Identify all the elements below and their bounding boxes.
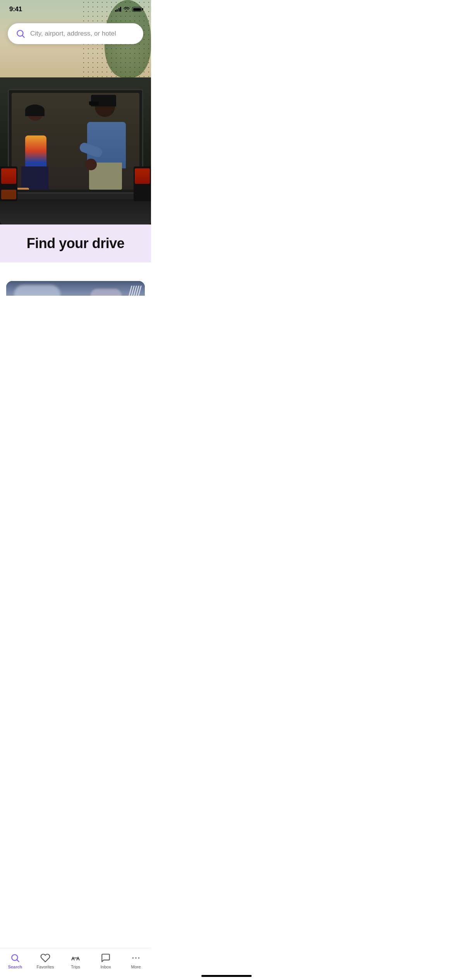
search-placeholder-text: City, airport, address, or hotel [30,30,116,38]
find-drive-heading: Find your drive [8,235,143,252]
search-bar[interactable]: City, airport, address, or hotel [8,23,143,44]
search-icon [15,29,26,39]
cybertruck-background [6,281,145,296]
content-scroll[interactable]: City, airport, address, or hotel Find yo… [0,0,151,296]
search-bar-container[interactable]: City, airport, address, or hotel [8,23,143,44]
spacer [0,262,151,270]
wifi-icon [124,7,130,12]
status-bar: 9:41 [0,0,151,15]
status-icons [115,7,142,12]
battery-icon [132,7,142,12]
status-time: 9:41 [9,5,22,13]
find-drive-banner: Find your drive [0,224,151,262]
signal-icon [115,7,122,12]
cybertruck-card[interactable] [6,281,145,296]
card-image [6,281,145,296]
